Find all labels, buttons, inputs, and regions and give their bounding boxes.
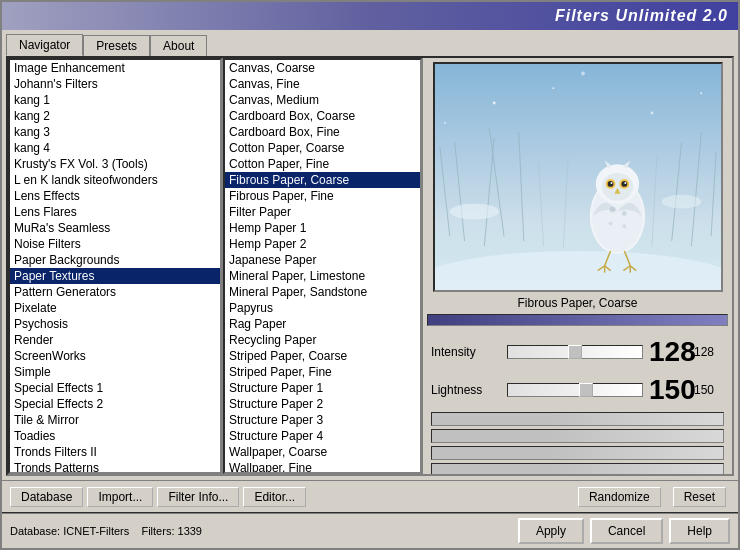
navigator-item[interactable]: Toadies <box>10 428 220 444</box>
action-buttons: Apply Cancel Help <box>518 518 730 544</box>
navigator-item[interactable]: Special Effects 2 <box>10 396 220 412</box>
mini-slider-4 <box>431 463 724 476</box>
filter-item[interactable]: Canvas, Fine <box>225 76 420 92</box>
filter-item[interactable]: Filter Paper <box>225 204 420 220</box>
filter-item[interactable]: Mineral Paper, Limestone <box>225 268 420 284</box>
filter-item[interactable]: Structure Paper 4 <box>225 428 420 444</box>
tab-bar: Navigator Presets About <box>2 30 738 56</box>
navigator-list[interactable]: Image EnhancementJohann's Filterskang 1k… <box>8 58 222 474</box>
status-bar: Database: ICNET-Filters Filters: 1339 Ap… <box>2 512 738 548</box>
filter-item[interactable]: Cardboard Box, Fine <box>225 124 420 140</box>
preview-image <box>433 62 723 292</box>
filter-item[interactable]: Striped Paper, Coarse <box>225 348 420 364</box>
svg-point-45 <box>700 92 702 94</box>
extra-sliders <box>431 412 724 476</box>
navigator-item[interactable]: Pattern Generators <box>10 284 220 300</box>
filter-info-button[interactable]: Filter Info... <box>157 487 239 507</box>
filter-item[interactable]: Japanese Paper <box>225 252 420 268</box>
navigator-item[interactable]: Paper Textures <box>10 268 220 284</box>
navigator-item[interactable]: Image Enhancement <box>10 60 220 76</box>
filter-item[interactable]: Structure Paper 2 <box>225 396 420 412</box>
right-panel: Fibrous Paper, Coarse Intensity 128 128 <box>423 58 732 474</box>
intensity-label: Intensity <box>431 345 501 359</box>
filter-item[interactable]: Striped Paper, Fine <box>225 364 420 380</box>
navigator-item[interactable]: Johann's Filters <box>10 76 220 92</box>
mini-slider-1 <box>431 412 724 426</box>
tab-navigator[interactable]: Navigator <box>6 34 83 56</box>
editor-button[interactable]: Editor... <box>243 487 306 507</box>
lightness-row: Lightness 150 150 <box>431 374 724 406</box>
navigator-item[interactable]: Special Effects 1 <box>10 380 220 396</box>
lightness-value-small: 150 <box>694 383 724 397</box>
filter-item[interactable]: Fibrous Paper, Fine <box>225 188 420 204</box>
navigator-item[interactable]: MuRa's Seamless <box>10 220 220 236</box>
navigator-item[interactable]: Lens Flares <box>10 204 220 220</box>
filter-list[interactable]: Canvas, CoarseCanvas, FineCanvas, Medium… <box>223 58 422 474</box>
app-title: Filters Unlimited 2.0 <box>555 7 728 25</box>
database-button[interactable]: Database <box>10 487 83 507</box>
navigator-item[interactable]: Paper Backgrounds <box>10 252 220 268</box>
cancel-button[interactable]: Cancel <box>590 518 663 544</box>
progress-bar <box>427 314 728 326</box>
main-content: Image EnhancementJohann's Filterskang 1k… <box>6 56 734 476</box>
preview-svg <box>435 62 721 292</box>
filter-item[interactable]: Cotton Paper, Fine <box>225 156 420 172</box>
filter-item[interactable]: Structure Paper 1 <box>225 380 420 396</box>
navigator-item[interactable]: Tile & Mirror <box>10 412 220 428</box>
filter-item[interactable]: Structure Paper 3 <box>225 412 420 428</box>
navigator-item[interactable]: ScreenWorks <box>10 348 220 364</box>
svg-point-42 <box>492 102 495 105</box>
navigator-item[interactable]: Krusty's FX Vol. 3 (Tools) <box>10 156 220 172</box>
navigator-item[interactable]: kang 3 <box>10 124 220 140</box>
randomize-button[interactable]: Randomize <box>578 487 661 507</box>
svg-point-44 <box>650 111 653 114</box>
progress-bar-fill <box>428 315 727 325</box>
navigator-item[interactable]: Tronds Patterns <box>10 460 220 474</box>
navigator-item[interactable]: kang 1 <box>10 92 220 108</box>
navigator-item[interactable]: kang 2 <box>10 108 220 124</box>
navigator-item[interactable]: L en K landk siteofwonders <box>10 172 220 188</box>
preview-label: Fibrous Paper, Coarse <box>513 292 641 314</box>
navigator-item[interactable]: Render <box>10 332 220 348</box>
help-button[interactable]: Help <box>669 518 730 544</box>
filter-item[interactable]: Wallpaper, Fine <box>225 460 420 474</box>
status-text: Database: ICNET-Filters Filters: 1339 <box>10 525 518 537</box>
database-val: ICNET-Filters <box>63 525 129 537</box>
tab-presets[interactable]: Presets <box>83 35 150 56</box>
tab-about[interactable]: About <box>150 35 207 56</box>
lightness-label: Lightness <box>431 383 501 397</box>
filter-item[interactable]: Fibrous Paper, Coarse <box>225 172 420 188</box>
navigator-item[interactable]: Psychosis <box>10 316 220 332</box>
navigator-item[interactable]: kang 4 <box>10 140 220 156</box>
database-key: Database: <box>10 525 60 537</box>
filter-item[interactable]: Cotton Paper, Coarse <box>225 140 420 156</box>
navigator-item[interactable]: Noise Filters <box>10 236 220 252</box>
bottom-toolbar: Database Import... Filter Info... Editor… <box>2 480 738 512</box>
filter-item[interactable]: Cardboard Box, Coarse <box>225 108 420 124</box>
navigator-item[interactable]: Tronds Filters II <box>10 444 220 460</box>
filter-item[interactable]: Recycling Paper <box>225 332 420 348</box>
navigator-item[interactable]: Pixelate <box>10 300 220 316</box>
filter-item[interactable]: Rag Paper <box>225 316 420 332</box>
intensity-slider[interactable] <box>507 345 643 359</box>
middle-panel: Canvas, CoarseCanvas, FineCanvas, Medium… <box>223 58 423 474</box>
filter-item[interactable]: Mineral Paper, Sandstone <box>225 284 420 300</box>
filters-val: 1339 <box>178 525 202 537</box>
lightness-slider[interactable] <box>507 383 643 397</box>
reset-button[interactable]: Reset <box>673 487 726 507</box>
mini-slider-2 <box>431 429 724 443</box>
toolbar-right: Randomize Reset <box>578 487 730 507</box>
filter-item[interactable]: Canvas, Coarse <box>225 60 420 76</box>
filter-item[interactable]: Hemp Paper 2 <box>225 236 420 252</box>
intensity-row: Intensity 128 128 <box>431 336 724 368</box>
apply-button[interactable]: Apply <box>518 518 584 544</box>
filter-item[interactable]: Canvas, Medium <box>225 92 420 108</box>
filter-item[interactable]: Hemp Paper 1 <box>225 220 420 236</box>
navigator-item[interactable]: Simple <box>10 364 220 380</box>
intensity-value-small: 128 <box>694 345 724 359</box>
navigator-item[interactable]: Lens Effects <box>10 188 220 204</box>
filter-item[interactable]: Papyrus <box>225 300 420 316</box>
import-button[interactable]: Import... <box>87 487 153 507</box>
filter-item[interactable]: Wallpaper, Coarse <box>225 444 420 460</box>
main-window: Filters Unlimited 2.0 Navigator Presets … <box>0 0 740 550</box>
